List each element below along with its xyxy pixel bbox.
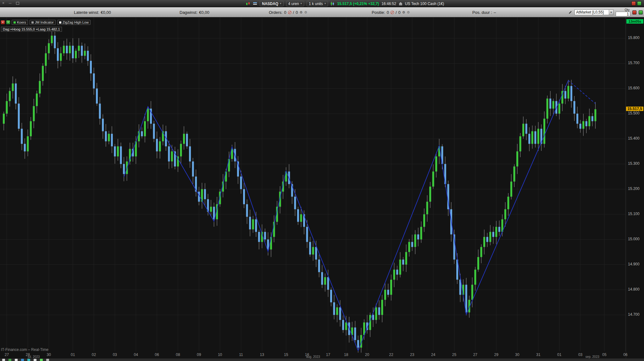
- positie-label: Positie:: [372, 10, 385, 15]
- taskbar-icon-2[interactable]: [8, 359, 11, 361]
- price-axis-label: 14.900: [628, 262, 640, 266]
- titlebar-green-button[interactable]: [637, 1, 641, 6]
- units-dropdown[interactable]: 1 k units ▾: [307, 1, 328, 6]
- legend-marker-icon: [14, 21, 16, 24]
- timeframe-label: 4 uren: [288, 2, 299, 6]
- titlebar: × ─ NASDAQ ▾ 4 uren ▾ 1 k units ▾: [0, 0, 644, 7]
- symbol-label: NASDAQ: [262, 2, 278, 6]
- legend-marker-icon: [31, 21, 34, 24]
- current-price-badge: 15.517,5: [626, 107, 643, 111]
- indicator-list-icon[interactable]: [253, 2, 257, 6]
- watermark: IT-Finance.com – Real-Time: [1, 347, 48, 352]
- pos-duur-label: Pos. duur :: [472, 10, 492, 15]
- instrument-icon: [399, 2, 402, 6]
- titlebar-center: NASDAQ ▾ 4 uren ▾ 1 k units ▾ 15.517,5 (…: [246, 0, 444, 7]
- close-window-icon[interactable]: ×: [2, 1, 4, 5]
- latente-winst: Latente winst: €0,00: [74, 10, 111, 15]
- last-quote: 15.517,5 (+0,21% +32,7): [337, 2, 379, 6]
- legend-item-zigzag-high-low[interactable]: ZigZag High Low: [57, 20, 91, 25]
- price-axis-label: 15.700: [628, 61, 640, 65]
- pos-duur: Pos. duur : –: [472, 10, 496, 15]
- order-type-select[interactable]: AtMarket [L0,55] ▾: [575, 9, 613, 15]
- price-axis-label: 15.300: [628, 161, 640, 166]
- positie-pending-count: 0: [398, 10, 401, 15]
- price-axis-label: 15.100: [628, 212, 640, 216]
- chart-area: × + KoersJM IndicatorZigZag High Low Dag…: [0, 17, 644, 358]
- chart-style-icon[interactable]: [246, 2, 250, 6]
- quantity-input[interactable]: [616, 12, 630, 16]
- add-indicator-icon[interactable]: +: [6, 20, 10, 24]
- taskbar-icon-7[interactable]: [40, 359, 43, 361]
- price-axis[interactable]: 13m05s 15.517,5 15.80015.70015.60015.500…: [626, 17, 644, 358]
- taskbar-icon-4[interactable]: [21, 359, 24, 361]
- chevron-down-icon: ▾: [280, 2, 281, 5]
- maximize-window-icon[interactable]: [16, 2, 19, 5]
- sell-button[interactable]: [632, 10, 636, 14]
- taskbar-icon-3[interactable]: [15, 359, 18, 361]
- price-axis-label: 15.600: [628, 86, 640, 90]
- orders-label: Orders:: [269, 10, 282, 15]
- quote-time: 16:46:52: [381, 2, 396, 6]
- price-axis-label: 14.800: [628, 287, 640, 292]
- remove-indicator-icon[interactable]: ×: [1, 20, 5, 24]
- legend-label: Koers: [17, 20, 26, 24]
- titlebar-red-button[interactable]: [631, 1, 636, 6]
- price-axis-label: 14.700: [628, 312, 640, 317]
- qty-label: Qty: [625, 8, 630, 12]
- order-type-value: AtMarket [L0,55]: [576, 10, 604, 14]
- quantity-group: Qty: [616, 8, 630, 16]
- price-axis-label: 15.000: [628, 237, 640, 241]
- orders-settings-icon-2[interactable]: ⚙: [304, 10, 307, 14]
- candle-countdown-badge: 13m05s: [626, 19, 643, 24]
- orders-separator: /: [293, 10, 294, 15]
- cancel-orders-icon[interactable]: [288, 11, 291, 14]
- titlebar-right: [631, 1, 641, 6]
- legend-label: ZigZag High Low: [63, 20, 89, 24]
- chart-legend: × + KoersJM IndicatorZigZag High Low: [1, 20, 91, 25]
- window-controls: × ─: [2, 1, 19, 5]
- taskbar-icon-8[interactable]: [46, 359, 49, 361]
- taskbar-icon-1[interactable]: [2, 359, 5, 361]
- latente-winst-label: Latente winst:: [74, 10, 99, 15]
- day-high-low-info: Dag:+Hoog 15.555,0 +Laag 15.482,1: [1, 27, 62, 32]
- os-taskbar: [0, 358, 644, 361]
- chevron-down-icon: ▾: [609, 10, 613, 15]
- taskbar-icon-5[interactable]: [27, 359, 30, 361]
- minimize-window-icon[interactable]: ─: [9, 1, 12, 5]
- edit-order-icon[interactable]: [568, 10, 572, 14]
- latente-winst-value: €0,00: [101, 10, 111, 15]
- symbol-dropdown[interactable]: NASDAQ ▾: [260, 1, 284, 6]
- orders-settings-icon[interactable]: ⚙: [299, 10, 303, 14]
- month-axis-label: sep. 2023: [583, 355, 602, 358]
- units-label: 1 k units: [309, 2, 323, 6]
- account-toolbar: Latente winst: €0,00 Dagwinst: €0,00 Ord…: [0, 7, 644, 17]
- close-position-icon[interactable]: [391, 11, 394, 14]
- legend-item-jm-indicator[interactable]: JM Indicator: [30, 20, 56, 25]
- positie-separator: /: [396, 10, 397, 15]
- dagwinst: Dagwinst: €0,00: [180, 10, 209, 15]
- legend-item-koers[interactable]: Koers: [12, 20, 28, 25]
- positie-open-count: 0: [387, 10, 389, 15]
- instrument-name: US Tech 100 Cash (1€): [405, 2, 444, 6]
- dagwinst-label: Dagwinst:: [180, 10, 197, 15]
- candlestick-icon: [330, 2, 335, 6]
- dagwinst-value: €0,00: [199, 10, 209, 15]
- positie-settings-icon-2[interactable]: ⚙: [407, 10, 410, 14]
- price-axis-label: 15.800: [628, 36, 640, 40]
- month-axis-label: aug. 2023: [304, 355, 323, 358]
- price-axis-label: 15.500: [628, 111, 640, 115]
- candlestick-chart[interactable]: [0, 17, 626, 358]
- chevron-down-icon: ▾: [301, 2, 302, 5]
- orders-open-count: 0: [284, 10, 286, 15]
- orders-pending-count: 0: [296, 10, 298, 15]
- taskbar-icon-6[interactable]: [34, 359, 36, 361]
- legend-marker-icon: [59, 21, 61, 24]
- positie-settings-icon[interactable]: ⚙: [402, 10, 405, 14]
- timeframe-dropdown[interactable]: 4 uren ▾: [286, 1, 304, 6]
- positie-status: Positie: 0 / 0 ⚙ ⚙: [372, 10, 410, 15]
- legend-label: JM Indicator: [35, 20, 54, 24]
- chevron-down-icon: ▾: [325, 2, 326, 5]
- month-axis-label: jul. 2023: [25, 355, 43, 358]
- buy-button[interactable]: [639, 10, 643, 14]
- order-entry-cluster: AtMarket [L0,55] ▾ Qty: [568, 8, 643, 16]
